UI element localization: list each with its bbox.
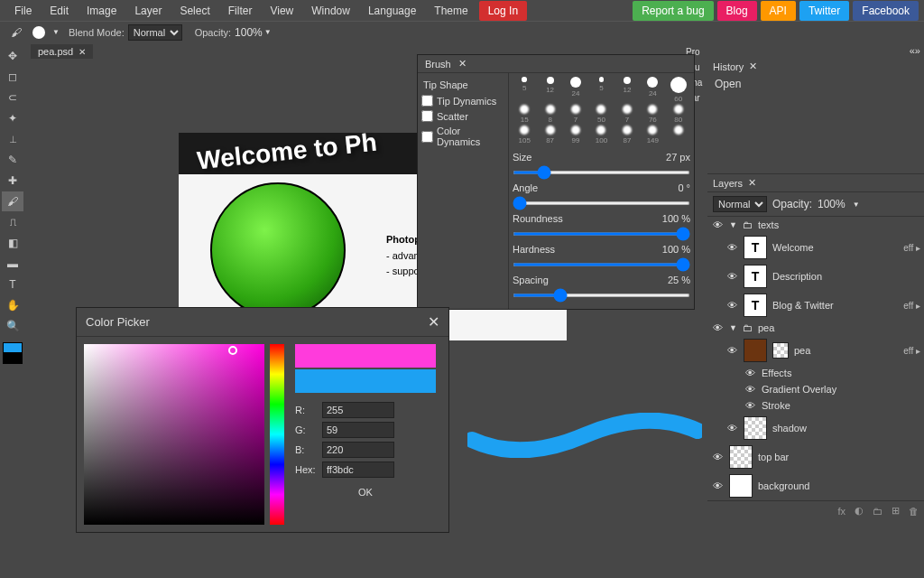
b-input[interactable]	[322, 442, 394, 458]
brush-preview-dot[interactable]	[32, 26, 45, 39]
brush-preset[interactable]: 100	[589, 126, 613, 144]
close-icon[interactable]: ✕	[748, 177, 756, 189]
r-input[interactable]	[322, 402, 394, 418]
login-button[interactable]: Log In	[479, 1, 527, 21]
panel-arrows-icon[interactable]: «»	[910, 45, 920, 56]
layer-row[interactable]: 👁background	[707, 471, 924, 500]
brush-tool[interactable]: 🖌	[2, 191, 23, 211]
history-tab[interactable]: History	[713, 61, 744, 72]
layer-row[interactable]: 👁▼🗀pea	[707, 320, 924, 336]
scatter-check[interactable]: Scatter	[421, 108, 504, 124]
roundness-slider[interactable]	[513, 232, 690, 236]
eraser-tool[interactable]: ◧	[2, 233, 23, 253]
layer-row[interactable]: 👁peaeff ▸	[707, 336, 924, 365]
blend-mode-select[interactable]: Normal	[128, 24, 182, 41]
menu-theme[interactable]: Theme	[425, 1, 476, 21]
brush-preset[interactable]: 80	[667, 105, 690, 124]
visibility-icon[interactable]: 👁	[725, 423, 738, 434]
new-layer-icon[interactable]: ⊞	[892, 505, 900, 517]
brush-preset[interactable]: 50	[589, 105, 613, 124]
menu-language[interactable]: Language	[359, 1, 425, 21]
effects-indicator[interactable]: eff ▸	[903, 301, 920, 311]
chevron-down-icon[interactable]: ▼	[52, 28, 60, 36]
effects-indicator[interactable]: eff ▸	[903, 346, 920, 356]
hand-tool[interactable]: ✋	[2, 295, 23, 315]
color-dynamics-check[interactable]: Color Dynamics	[421, 124, 504, 149]
fx-icon[interactable]: fx	[837, 506, 845, 517]
layer-blend-select[interactable]: Normal	[713, 196, 767, 212]
brush-preset[interactable]: 99	[564, 126, 587, 144]
gradient-tool[interactable]: ▬	[2, 254, 23, 274]
api-button[interactable]: API	[761, 1, 796, 21]
chevron-down-icon[interactable]: ▼	[853, 200, 860, 209]
tip-shape-tab[interactable]: Tip Shape	[421, 77, 504, 93]
visibility-icon[interactable]: 👁	[725, 345, 738, 356]
brush-preset[interactable]: 5	[589, 77, 613, 103]
document-tab[interactable]: pea.psd ✕	[31, 44, 93, 59]
visibility-icon[interactable]: 👁	[725, 300, 738, 311]
crop-tool[interactable]: ⟂	[2, 129, 23, 149]
foreground-color[interactable]	[3, 342, 23, 353]
mask-icon[interactable]: ◐	[855, 505, 864, 517]
chevron-down-icon[interactable]: ▼	[729, 220, 737, 229]
visibility-icon[interactable]: 👁	[711, 322, 724, 333]
folder-icon[interactable]: 🗀	[873, 506, 882, 517]
visibility-icon[interactable]: 👁	[744, 384, 756, 395]
brush-preset[interactable]: 149	[641, 126, 664, 144]
lasso-tool[interactable]: ⊂	[2, 88, 23, 107]
layer-row[interactable]: 👁Stroke	[707, 397, 924, 414]
brush-preset[interactable]: 12	[538, 77, 561, 103]
layer-opacity-value[interactable]: 100%	[818, 198, 845, 210]
brush-preset[interactable]: 87	[615, 126, 639, 144]
menu-image[interactable]: Image	[78, 1, 125, 21]
layer-row[interactable]: 👁Gradient Overlay	[707, 381, 924, 397]
trash-icon[interactable]: 🗑	[909, 506, 919, 517]
menu-layer[interactable]: Layer	[125, 1, 171, 21]
menu-select[interactable]: Select	[171, 1, 218, 21]
move-tool[interactable]: ✥	[2, 46, 23, 66]
layer-row[interactable]: 👁TBlog & Twittereff ▸	[707, 291, 924, 320]
color-field[interactable]	[84, 344, 264, 525]
visibility-icon[interactable]: 👁	[725, 242, 738, 253]
opacity-value[interactable]: 100%	[235, 26, 263, 39]
visibility-icon[interactable]: 👁	[711, 219, 724, 230]
blog-button[interactable]: Blog	[717, 1, 757, 21]
brush-preset[interactable]: 7	[564, 105, 587, 124]
menu-view[interactable]: View	[261, 1, 302, 21]
layers-tab[interactable]: Layers	[713, 178, 743, 189]
brush-preset[interactable]: 8	[538, 105, 561, 124]
layer-row[interactable]: 👁▼🗀texts	[707, 217, 924, 233]
zoom-tool[interactable]: 🔍	[2, 316, 23, 336]
brush-preset[interactable]: 76	[641, 105, 664, 124]
brush-preset[interactable]: 60	[667, 77, 690, 103]
type-tool[interactable]: T	[2, 275, 23, 294]
brush-preset[interactable]: 12	[615, 77, 639, 103]
layer-row[interactable]: 👁Effects	[707, 365, 924, 381]
layer-row[interactable]: 👁TDescription	[707, 262, 924, 291]
report-bug-button[interactable]: Report a bug	[633, 1, 713, 21]
brush-preset[interactable]: 5	[513, 77, 536, 103]
menu-file[interactable]: File	[5, 1, 41, 21]
facebook-button[interactable]: Facebook	[853, 1, 919, 21]
chevron-down-icon[interactable]: ▼	[264, 28, 272, 36]
color-cursor[interactable]	[228, 346, 237, 355]
brush-preset[interactable]: 105	[513, 126, 536, 144]
twitter-button[interactable]: Twitter	[799, 1, 849, 21]
menu-window[interactable]: Window	[302, 1, 359, 21]
angle-slider[interactable]	[513, 201, 690, 205]
effects-indicator[interactable]: eff ▸	[903, 243, 920, 253]
close-icon[interactable]: ✕	[749, 61, 757, 72]
brush-preset[interactable]: 87	[538, 126, 561, 144]
brush-preset[interactable]: 15	[513, 105, 536, 124]
hex-input[interactable]	[322, 461, 394, 478]
menu-filter[interactable]: Filter	[219, 1, 262, 21]
layer-row[interactable]: 👁TWelcomeeff ▸	[707, 233, 924, 262]
brush-preset[interactable]	[667, 126, 690, 144]
hue-slider[interactable]	[270, 344, 284, 525]
chevron-down-icon[interactable]: ▼	[729, 323, 737, 332]
visibility-icon[interactable]: 👁	[725, 271, 738, 282]
g-input[interactable]	[322, 422, 394, 438]
layer-row[interactable]: 👁top bar	[707, 443, 924, 471]
heal-tool[interactable]: ✚	[2, 171, 23, 191]
visibility-icon[interactable]: 👁	[711, 480, 724, 491]
